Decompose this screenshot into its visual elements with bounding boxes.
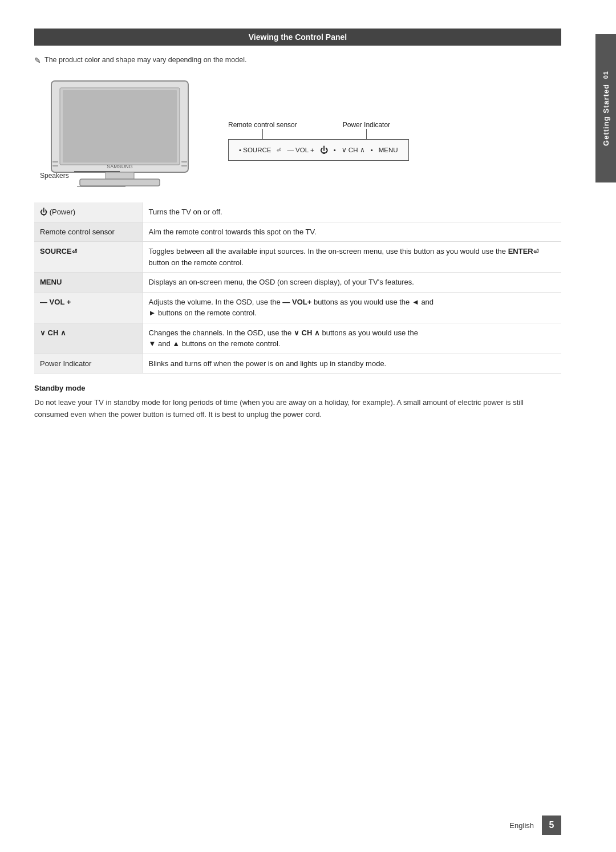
source-enter-icon: ⏎	[277, 147, 281, 153]
feature-value: Changes the channels. In the OSD, use th…	[143, 323, 561, 354]
standby-title: Standby mode	[34, 384, 561, 392]
note-text: The product color and shape may vary dep…	[44, 56, 246, 64]
source-button-label: • SOURCE	[239, 147, 271, 153]
svg-rect-3	[106, 172, 134, 179]
feature-value: Aim the remote control towards this spot…	[143, 222, 561, 242]
table-row: ⏻ (Power) Turns the TV on or off.	[34, 202, 561, 222]
power-symbol: ⏻	[40, 208, 47, 216]
svg-rect-8	[181, 161, 187, 163]
note-line: ✎ The product color and shape may vary d…	[34, 56, 561, 65]
feature-value: Turns the TV on or off.	[143, 202, 561, 222]
svg-rect-4	[80, 179, 160, 186]
feature-key: — VOL +	[34, 292, 143, 323]
feature-key: MENU	[34, 273, 143, 293]
menu-label: MENU	[379, 147, 398, 153]
section-title: Viewing the Control Panel	[249, 33, 347, 42]
power-indicator-label-col: Power Indicator	[343, 121, 390, 139]
tv-image-section: SAMSUNG Speakers	[34, 75, 217, 185]
svg-rect-9	[181, 165, 187, 167]
feature-key: Power Indicator	[34, 354, 143, 374]
power-indicator-label: Power Indicator	[343, 121, 390, 129]
feature-value: Blinks and turns off when the power is o…	[143, 354, 561, 374]
feature-key: ⏻ (Power)	[34, 202, 143, 222]
feature-value: Toggles between all the available input …	[143, 242, 561, 273]
main-content: Viewing the Control Panel ✎ The product …	[0, 0, 595, 852]
speakers-label: Speakers	[40, 172, 69, 180]
feature-key: Remote control sensor	[34, 222, 143, 242]
footer-page-number: 5	[542, 816, 561, 835]
footer: English 5	[509, 816, 561, 835]
remote-sensor-label: Remote control sensor	[228, 121, 297, 129]
table-row: Remote control sensor Aim the remote con…	[34, 222, 561, 242]
dot-separator2: •	[371, 147, 373, 153]
footer-language: English	[509, 821, 534, 830]
table-row: MENU Displays an on-screen menu, the OSD…	[34, 273, 561, 293]
remote-sensor-label-col: Remote control sensor	[228, 121, 297, 139]
chapter-title: Getting Started	[602, 84, 610, 146]
feature-key: SOURCE⏎	[34, 242, 143, 273]
chapter-number: 01	[602, 71, 609, 79]
section-header: Viewing the Control Panel	[34, 29, 561, 46]
table-row: — VOL + Adjusts the volume. In the OSD, …	[34, 292, 561, 323]
dot-separator: •	[334, 147, 336, 153]
features-table: ⏻ (Power) Turns the TV on or off. Remote…	[34, 202, 561, 374]
table-row: ∨ CH ∧ Changes the channels. In the OSD,…	[34, 323, 561, 354]
speakers-line	[74, 171, 120, 172]
svg-text:SAMSUNG: SAMSUNG	[107, 164, 133, 169]
feature-value: Adjusts the volume. In the OSD, use the …	[143, 292, 561, 323]
control-panel-section: Remote control sensor Power Indicator	[217, 75, 561, 161]
table-row: SOURCE⏎ Toggles between all the availabl…	[34, 242, 561, 273]
tv-illustration: SAMSUNG	[34, 75, 205, 201]
standby-text: Do not leave your TV in standby mode for…	[34, 397, 559, 421]
tv-diagram-area: SAMSUNG Speakers	[34, 75, 561, 185]
sidebar-tab: 01 Getting Started	[595, 34, 616, 182]
ch-label: ∨ CH ∧	[342, 146, 365, 154]
note-icon: ✎	[34, 56, 41, 65]
control-panel-box: • SOURCE ⏎ — VOL + ⏻ • ∨ CH ∧ • MENU	[228, 139, 409, 161]
power-button-symbol: ⏻	[320, 145, 328, 155]
feature-key: ∨ CH ∧	[34, 323, 143, 354]
table-row: Power Indicator Blinks and turns off whe…	[34, 354, 561, 374]
svg-rect-2	[63, 90, 177, 163]
remote-sensor-line	[262, 129, 263, 139]
svg-rect-7	[52, 165, 58, 167]
vol-label: — VOL +	[287, 147, 314, 153]
svg-rect-6	[52, 161, 58, 163]
power-indicator-line	[366, 129, 367, 139]
feature-value: Displays an on-screen menu, the OSD (on …	[143, 273, 561, 293]
